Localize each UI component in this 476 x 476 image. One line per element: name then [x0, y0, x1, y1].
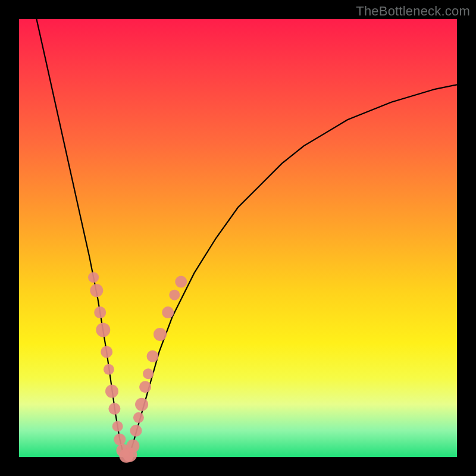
chart-svg [19, 19, 457, 457]
data-point [169, 290, 180, 300]
data-point [101, 346, 112, 358]
data-points-group [88, 272, 187, 463]
data-point [112, 421, 123, 432]
data-point [96, 323, 110, 337]
data-point [88, 272, 99, 283]
data-point [133, 412, 144, 423]
plot-area [19, 19, 457, 457]
data-point [108, 403, 120, 415]
data-point [175, 276, 187, 288]
data-point [94, 306, 106, 318]
data-point [114, 434, 126, 446]
data-point [130, 425, 142, 437]
data-point [105, 385, 118, 398]
data-point [162, 306, 174, 318]
chart-frame: TheBottleneck.com [0, 0, 476, 476]
watermark-text: TheBottleneck.com [356, 4, 470, 19]
data-point [147, 350, 159, 362]
data-point [126, 440, 139, 453]
data-point [139, 381, 151, 393]
data-point [90, 284, 103, 297]
data-point [143, 368, 154, 379]
data-point [104, 364, 114, 375]
data-point [154, 328, 167, 341]
bottleneck-curve-path [36, 19, 457, 457]
data-point [135, 398, 148, 411]
